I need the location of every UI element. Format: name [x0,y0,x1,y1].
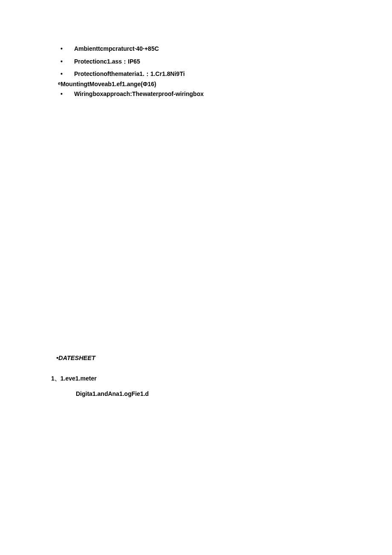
bullet-icon: • [59,70,74,78]
mounting-text: MountingtMoveab1.ef1.ange(Φ16) [61,81,156,87]
spec-item: • Protectionofthemateria1.：1.Cr1.8Ni9Ti [59,70,349,78]
bullet-icon: • [59,58,74,66]
level-meter-heading: 1、1.eve1.meter [51,375,349,383]
digital-analog-heading: Digita1.andAna1.ogFie1.d [76,390,349,397]
wiring-list: • Wiringboxapproach:Thewaterproof-wiring… [59,90,349,99]
spec-text: Ambienttcmpcraturct·40·+85C [74,45,349,53]
spec-text: Protectionofthemateria1.：1.Cr1.8Ni9Ti [74,70,349,78]
spec-item: • Protectionc1.ass：IP65 [59,58,349,66]
spec-text: Protectionc1.ass：IP65 [74,58,349,66]
datasheet-heading: •DATESHEET [56,355,349,361]
wiring-text: Wiringboxapproach:Thewaterproof-wiringbo… [74,90,349,99]
mounting-line: eMountingtMoveab1.ef1.ange(Φ16) [58,80,349,89]
wiring-item: • Wiringboxapproach:Thewaterproof-wiring… [59,90,349,99]
spec-item: • Ambienttcmpcraturct·40·+85C [59,45,349,53]
bullet-icon: • [59,45,74,53]
bullet-icon: • [59,90,74,99]
specs-list: • Ambienttcmpcraturct·40·+85C • Protecti… [59,45,349,78]
